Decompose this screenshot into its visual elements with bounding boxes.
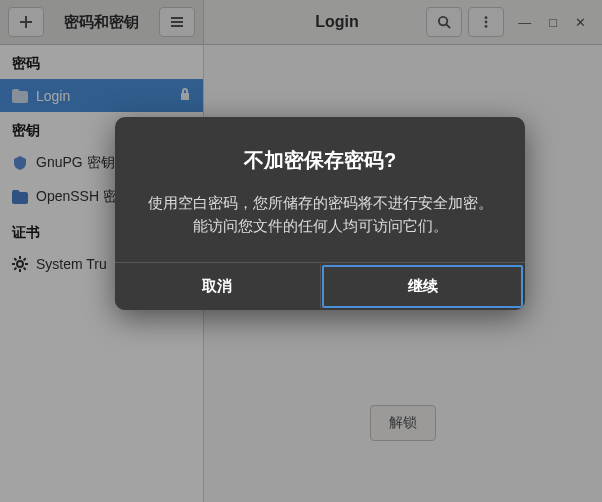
dialog-title: 不加密保存密码? [143, 147, 497, 174]
dialog-buttons: 取消 继续 [115, 262, 525, 310]
dialog-message: 使用空白密码，您所储存的密码将不进行安全加密。能访问您文件的任何人均可访问它们。 [143, 192, 497, 238]
confirm-dialog: 不加密保存密码? 使用空白密码，您所储存的密码将不进行安全加密。能访问您文件的任… [115, 117, 525, 310]
continue-button[interactable]: 继续 [320, 263, 526, 310]
cancel-button[interactable]: 取消 [115, 263, 320, 310]
